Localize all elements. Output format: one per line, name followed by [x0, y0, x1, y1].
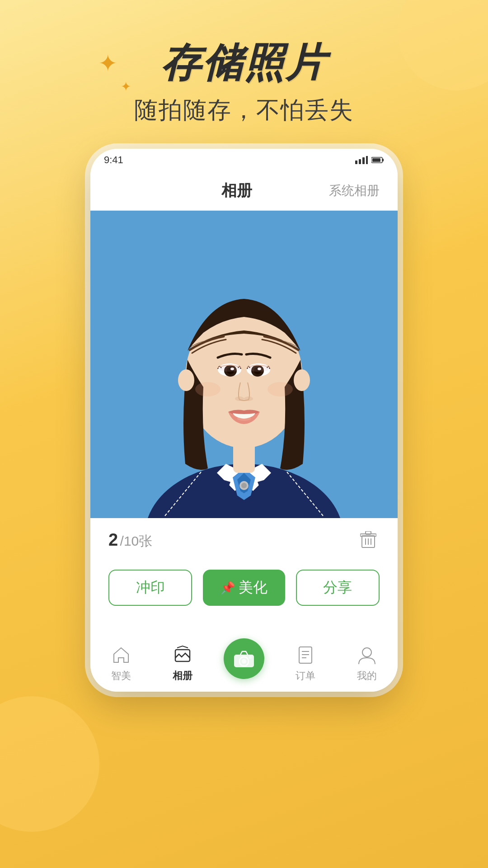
bottom-navigation: 智美 相册 [90, 637, 398, 692]
order-icon [294, 644, 317, 666]
photo-count-display: 2 /10张 [108, 530, 152, 551]
app-header: 相册 系统相册 [90, 171, 398, 211]
svg-point-14 [294, 369, 310, 391]
svg-point-28 [218, 364, 241, 372]
status-icons [355, 156, 384, 164]
status-time: 9:41 [104, 154, 123, 166]
nav-item-album[interactable]: 相册 [152, 644, 213, 683]
system-album-tab[interactable]: 系统相册 [329, 182, 380, 199]
print-button[interactable]: 冲印 [108, 570, 192, 606]
svg-point-45 [362, 648, 371, 657]
spacer [90, 619, 398, 637]
svg-point-27 [267, 382, 293, 396]
svg-rect-2 [362, 157, 365, 164]
sparkle-large-icon: ✦ [98, 50, 118, 77]
photo-display [90, 211, 398, 518]
camera-button[interactable] [224, 638, 264, 679]
album-icon [171, 644, 194, 666]
total-photo-count: /10张 [120, 533, 153, 548]
svg-point-10 [241, 483, 247, 488]
battery-icon [371, 156, 384, 164]
trash-icon [360, 531, 376, 549]
photo-info-bar: 2 /10张 [90, 518, 398, 562]
svg-rect-0 [355, 160, 357, 164]
header-section: ✦ ✦ 存储照片 随拍随存，不怕丢失 [134, 36, 354, 126]
phone-mockup: 9:41 相册 系统相册 [90, 149, 398, 692]
svg-point-26 [195, 382, 221, 396]
order-nav-label: 订单 [296, 669, 315, 683]
share-button[interactable]: 分享 [296, 570, 380, 606]
beautify-label: 美化 [239, 578, 267, 598]
phone-status-bar: 9:41 [90, 149, 398, 171]
album-tab[interactable]: 相册 [145, 180, 329, 201]
page-title: 存储照片 [161, 36, 327, 90]
signal-icon [355, 156, 368, 164]
home-nav-label: 智美 [111, 669, 131, 683]
passport-photo [90, 211, 398, 518]
svg-rect-3 [366, 156, 368, 164]
camera-icon [233, 649, 255, 668]
page-subtitle: 随拍随存，不怕丢失 [134, 94, 354, 126]
delete-button[interactable] [357, 529, 380, 552]
beautify-button[interactable]: 📌 美化 [203, 570, 285, 606]
action-buttons: 冲印 📌 美化 分享 [90, 562, 398, 619]
svg-point-40 [249, 656, 252, 659]
nav-item-camera [213, 656, 275, 683]
svg-rect-6 [372, 158, 380, 162]
pin-icon: 📌 [221, 581, 235, 595]
svg-rect-1 [359, 159, 361, 164]
album-nav-label: 相册 [173, 669, 192, 683]
nav-item-order[interactable]: 订单 [275, 644, 336, 683]
svg-point-13 [178, 369, 194, 391]
svg-point-29 [247, 364, 270, 372]
nav-item-home[interactable]: 智美 [90, 644, 152, 683]
svg-rect-5 [382, 159, 384, 161]
svg-point-23 [235, 396, 244, 401]
nav-item-profile[interactable]: 我的 [336, 644, 398, 683]
svg-point-39 [242, 659, 246, 664]
sparkle-small-icon: ✦ [121, 79, 131, 94]
profile-icon [356, 644, 378, 666]
profile-nav-label: 我的 [357, 669, 377, 683]
home-icon [110, 644, 132, 666]
current-photo-number: 2 [108, 530, 118, 549]
svg-point-24 [244, 396, 253, 401]
